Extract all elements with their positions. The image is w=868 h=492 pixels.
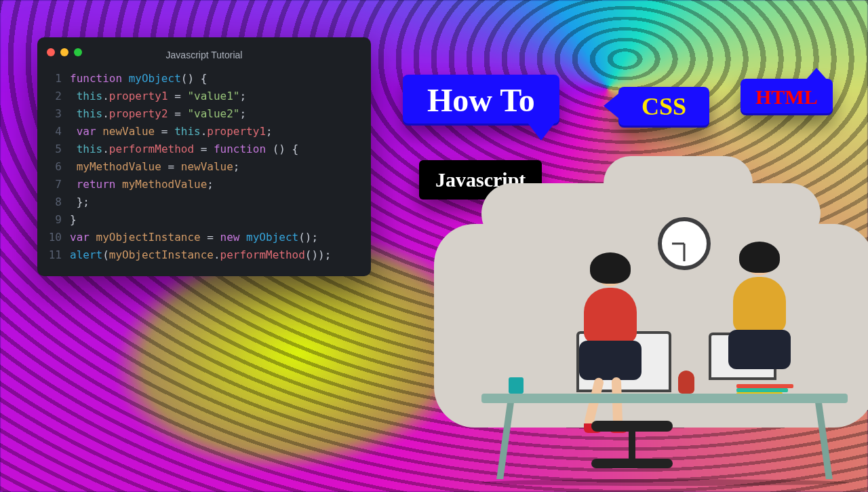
code-token [70,107,77,120]
code-token: this [77,107,103,120]
code-token: ; [233,160,240,173]
line-number: 5 [47,140,62,158]
code-line: 9} [47,211,359,229]
code-token: = [155,125,174,138]
maximize-dot-icon [74,48,82,56]
close-dot-icon [47,48,55,56]
person-standing [719,246,800,388]
line-number: 1 [47,70,62,88]
code-token: = [168,107,188,120]
office-chair-icon [591,421,673,468]
line-number: 2 [47,88,62,105]
code-token: newValue [102,125,155,138]
code-token: property1 [207,125,266,138]
minimize-dot-icon [60,48,68,56]
code-token: . [201,125,208,138]
code-token: myMethodValue [77,160,161,173]
code-line: 1function myObject() { [47,70,359,88]
code-token: . [214,248,220,261]
vase-icon [678,371,694,394]
code-token: var [70,231,96,244]
office-illustration [434,183,868,489]
line-number: 7 [47,176,62,193]
code-token: myObjectInstance [109,248,214,261]
code-token: this [174,125,201,138]
callout-html: HTML [741,79,833,115]
line-number: 4 [47,123,62,140]
code-token: return [77,178,122,191]
code-token: ; [266,125,273,138]
code-line: 5 this.performMethod = function () { [47,140,359,158]
code-editor-window: Javascript Tutorial 1function myObject()… [37,37,371,276]
code-token: () { [181,72,208,85]
code-line: 2 this.property1 = "value1"; [47,88,359,105]
person-sitting [570,257,651,399]
code-line: 4 var newValue = this.property1; [47,123,359,140]
code-token [70,143,77,155]
code-token: function [214,143,273,155]
code-token: . [102,90,109,102]
code-token: performMethod [220,248,305,261]
editor-title: Javascript Tutorial [37,50,371,60]
code-token: } [70,213,77,226]
code-line: 10var myObjectInstance = new myObject(); [47,229,359,246]
code-block: 1function myObject() {2 this.property1 =… [37,70,371,264]
code-token: property1 [109,90,168,102]
line-number: 3 [47,105,62,123]
code-token: () { [273,143,299,155]
code-token: ()); [305,248,332,261]
code-token: . [102,107,109,120]
code-token: . [102,143,109,155]
code-token: myObject [246,231,298,244]
code-token: = [194,143,214,155]
code-line: 8 }; [47,193,359,211]
code-token: this [77,143,103,155]
code-token: ; [239,90,246,102]
code-token: performMethod [109,143,194,155]
code-token: ; [239,107,246,120]
code-line: 11alert(myObjectInstance.performMethod()… [47,246,359,264]
code-token: = [168,90,188,102]
code-token: myObjectInstance [96,231,201,244]
line-number: 6 [47,158,62,176]
code-token [70,160,77,173]
code-token [70,195,77,208]
code-token: newValue [181,160,233,173]
code-line: 3 this.property2 = "value2"; [47,105,359,123]
mug-icon [509,377,524,394]
code-token: = [161,160,181,173]
line-number: 11 [47,246,62,264]
floor-shadow [481,479,848,486]
callout-css: CSS [618,87,709,128]
code-token: myMethodValue [122,178,207,191]
code-line: 6 myMethodValue = newValue; [47,158,359,176]
code-token: (); [298,231,318,244]
code-token: alert [70,248,102,261]
code-token: function [70,72,129,85]
line-number: 10 [47,229,62,246]
desk [481,394,848,403]
code-token: "value2" [187,107,239,120]
code-line: 7 return myMethodValue; [47,176,359,193]
code-token: var [77,125,103,138]
code-token [70,90,77,102]
code-token: new [220,231,247,244]
code-token: ; [207,178,214,191]
code-token: ( [102,248,109,261]
line-number: 8 [47,193,62,211]
code-token [70,178,77,191]
code-token: myObject [129,72,181,85]
code-token: "value1" [187,90,239,102]
code-token: this [77,90,103,102]
code-token: property2 [109,107,168,120]
wall-clock-icon [658,217,711,270]
callout-how-to: How To [403,75,559,126]
code-token [70,125,77,138]
line-number: 9 [47,211,62,229]
code-token: }; [77,195,90,208]
code-token: = [201,231,220,244]
